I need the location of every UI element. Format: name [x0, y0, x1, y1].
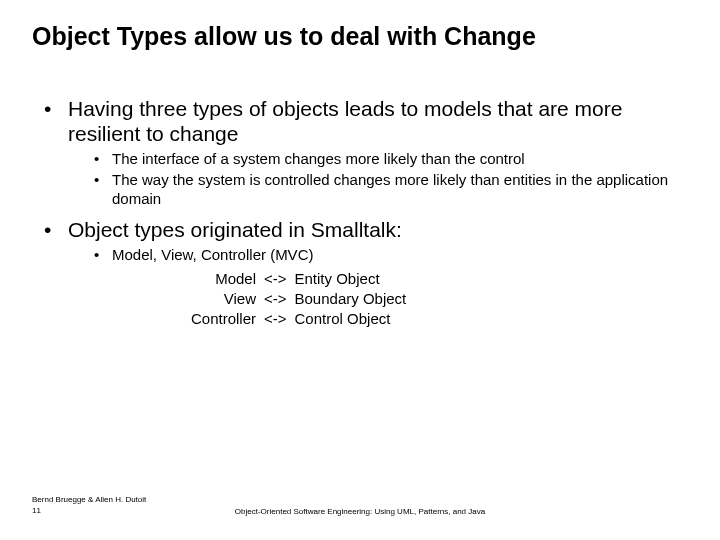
bullet-item: Having three types of objects leads to m…	[40, 96, 680, 209]
footer-authors: Bernd Bruegge & Allen H. Dutoit	[32, 495, 146, 504]
sub-bullet-list: Model, View, Controller (MVC) Model <-> …	[94, 246, 680, 330]
mvc-right: Control Object	[291, 309, 411, 329]
sub-bullet-text: The interface of a system changes more l…	[112, 150, 525, 167]
mvc-right: Entity Object	[291, 269, 411, 289]
mvc-right: Boundary Object	[291, 289, 411, 309]
mvc-mapping: Model <-> Entity Object View <-> Boundar…	[112, 269, 680, 330]
sub-bullet-text: Model, View, Controller (MVC)	[112, 246, 313, 263]
bullet-list: Having three types of objects leads to m…	[40, 96, 680, 329]
mvc-row: Controller <-> Control Object	[166, 309, 410, 329]
sub-bullet-item: The interface of a system changes more l…	[94, 150, 680, 169]
slide-body: Having three types of objects leads to m…	[40, 96, 680, 337]
bullet-text: Having three types of objects leads to m…	[68, 97, 622, 145]
mvc-left: Model	[166, 269, 260, 289]
sub-bullet-list: The interface of a system changes more l…	[94, 150, 680, 208]
mvc-left: View	[166, 289, 260, 309]
mvc-row: Model <-> Entity Object	[166, 269, 410, 289]
mvc-left: Controller	[166, 309, 260, 329]
footer-center: Object-Oriented Software Engineering: Us…	[0, 507, 720, 516]
mvc-arrow: <->	[260, 309, 291, 329]
sub-bullet-text: The way the system is controlled changes…	[112, 171, 668, 207]
mvc-arrow: <->	[260, 289, 291, 309]
bullet-text: Object types originated in Smalltalk:	[68, 218, 402, 241]
sub-bullet-item: Model, View, Controller (MVC) Model <-> …	[94, 246, 680, 330]
sub-bullet-item: The way the system is controlled changes…	[94, 171, 680, 209]
bullet-item: Object types originated in Smalltalk: Mo…	[40, 217, 680, 330]
slide: Object Types allow us to deal with Chang…	[0, 0, 720, 540]
mvc-row: View <-> Boundary Object	[166, 289, 410, 309]
slide-title: Object Types allow us to deal with Chang…	[32, 22, 688, 51]
mvc-arrow: <->	[260, 269, 291, 289]
mvc-table: Model <-> Entity Object View <-> Boundar…	[166, 269, 410, 330]
